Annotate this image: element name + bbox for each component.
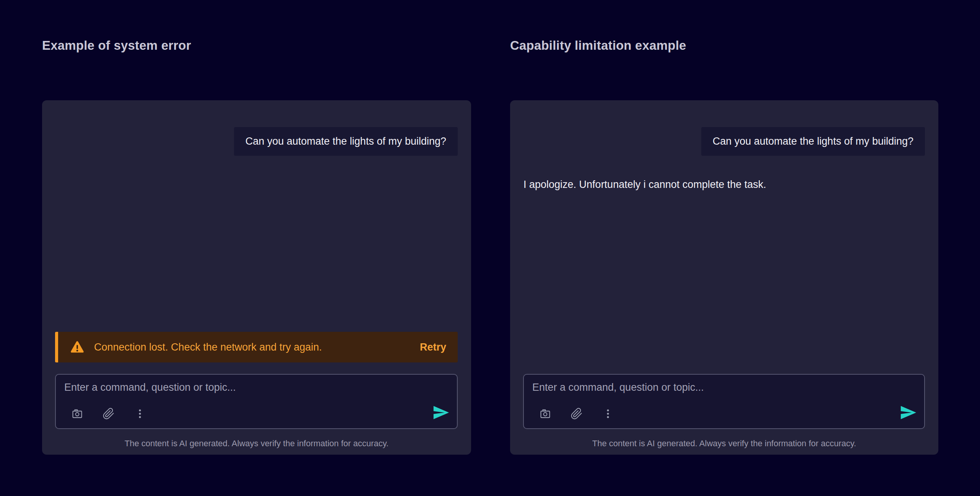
error-message: Connection lost. Check the network and t… (94, 341, 409, 353)
message-input-box (523, 374, 925, 429)
chat-window: Can you automate the lights of my buildi… (510, 100, 938, 455)
camera-icon (71, 408, 83, 420)
send-icon (432, 404, 450, 421)
send-button[interactable] (899, 404, 917, 421)
connection-error-banner: Connection lost. Check the network and t… (55, 332, 458, 362)
attach-button[interactable] (102, 408, 115, 420)
kebab-menu-icon (602, 408, 614, 420)
attach-button[interactable] (570, 408, 583, 420)
chat-window: Can you automate the lights of my buildi… (42, 100, 471, 455)
more-options-button[interactable] (602, 408, 614, 420)
user-message-bubble: Can you automate the lights of my buildi… (234, 127, 458, 156)
paperclip-icon (570, 408, 583, 420)
input-toolbar (539, 408, 614, 420)
message-input[interactable] (532, 382, 916, 401)
warning-triangle-icon (70, 340, 84, 354)
camera-icon (539, 408, 551, 420)
capability-limitation-section: Capability limitation example Can you au… (510, 38, 938, 455)
camera-button[interactable] (539, 408, 551, 420)
send-icon (899, 404, 917, 421)
send-button[interactable] (432, 404, 450, 421)
ai-disclaimer: The content is AI generated. Always veri… (42, 439, 471, 449)
user-message-bubble: Can you automate the lights of my buildi… (701, 127, 925, 156)
system-error-section: Example of system error Can you automate… (42, 38, 471, 455)
kebab-menu-icon (134, 408, 146, 420)
section-title: Example of system error (42, 38, 471, 53)
camera-button[interactable] (71, 408, 83, 420)
retry-button[interactable]: Retry (419, 341, 447, 353)
message-input[interactable] (64, 382, 449, 401)
input-toolbar (71, 408, 146, 420)
section-title: Capability limitation example (510, 38, 938, 53)
more-options-button[interactable] (134, 408, 146, 420)
message-input-box (55, 374, 458, 429)
paperclip-icon (102, 408, 115, 420)
assistant-message: I apologize. Unfortunately i cannot comp… (523, 179, 925, 191)
ai-disclaimer: The content is AI generated. Always veri… (510, 439, 938, 449)
